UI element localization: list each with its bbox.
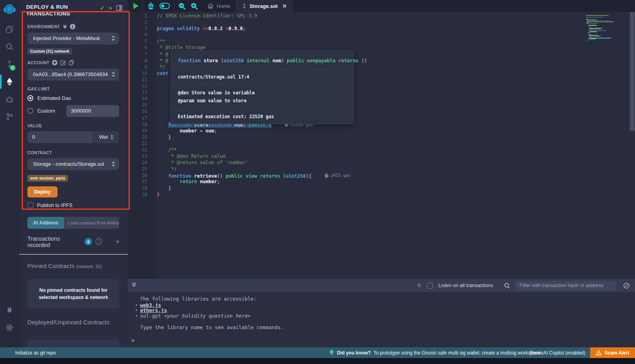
line-number: 10	[128, 70, 147, 77]
scrollbar-thumb[interactable]	[630, 12, 635, 131]
code-line[interactable]: * @dev Return value	[157, 153, 572, 159]
line-number: 16	[128, 108, 147, 115]
line-number: 26	[128, 172, 147, 178]
line-number: 27	[128, 178, 147, 185]
search-icon[interactable]	[0, 38, 19, 56]
tab-home[interactable]: Home	[202, 0, 236, 12]
settings-icon[interactable]	[0, 319, 19, 336]
compile-success-badge: ✓	[10, 65, 15, 71]
tab-storage-sol[interactable]: Storage.sol ✕	[236, 0, 293, 12]
copilot-toggle[interactable]	[160, 3, 170, 9]
publish-ipfs-checkbox[interactable]	[27, 202, 33, 208]
zoom-out-icon[interactable]	[178, 2, 186, 10]
panel-title: DEPLOY & RUN TRANSACTIONS	[26, 4, 94, 17]
code-line[interactable]	[157, 32, 572, 38]
code-line[interactable]: // SPDX-License-Identifier: GPL-3.0	[157, 13, 572, 19]
code-line[interactable]: * @title Storage	[157, 44, 572, 51]
code-line[interactable]: return number;	[157, 178, 572, 185]
account-select[interactable]: 0xA03...85ac4 (0.398673504934	[27, 69, 119, 80]
code-line[interactable]	[157, 140, 572, 147]
terminal-tx-count: 0	[418, 283, 420, 288]
debugger-icon[interactable]	[0, 90, 19, 108]
code-line[interactable]: }	[157, 134, 572, 140]
code-line[interactable]: number = num;	[157, 128, 572, 134]
pin-panel-icon[interactable]	[116, 5, 122, 11]
deploy-run-icon[interactable]	[0, 73, 19, 90]
line-number: 23	[128, 153, 147, 159]
line-number: 21	[128, 140, 147, 147]
code-line[interactable]	[157, 19, 572, 25]
code-line[interactable]: /**	[157, 147, 572, 153]
listen-all-checkbox[interactable]	[427, 283, 433, 289]
at-address-button[interactable]: At Address	[27, 217, 64, 229]
remix-logo[interactable]	[0, 0, 19, 21]
terminal-intro: The following libraries are accessible:	[140, 296, 635, 303]
line-numbers: 1234567891011121314151617181920212223242…	[128, 13, 154, 198]
code-line[interactable]: /**	[157, 38, 572, 44]
contract-select[interactable]: Storage - contracts/Storage.sol	[27, 158, 119, 170]
custom-gas-input[interactable]: 3000000	[66, 105, 119, 117]
code-line[interactable]: }	[157, 192, 572, 198]
code-line[interactable]: function retrieve() public view returns …	[157, 172, 572, 178]
plug-icon	[63, 24, 67, 29]
environment-select[interactable]: Injected Provider - MetaMask	[27, 33, 119, 44]
code-line[interactable]: * @return value of 'number'	[157, 159, 572, 166]
activity-bar: ✓	[0, 0, 19, 347]
terminal-prompt[interactable]: >	[131, 337, 135, 343]
deploy-button[interactable]: Deploy	[27, 186, 58, 197]
edit-account-icon[interactable]	[60, 60, 66, 65]
filter-transactions-input[interactable]: Filter with transaction hash or address	[516, 281, 616, 291]
copilot-status[interactable]: RemixAI Copilot (enabled)	[530, 350, 585, 356]
web3js-link[interactable]: web3.js	[140, 302, 161, 308]
environment-info-icon[interactable]: i	[70, 24, 75, 29]
environment-label: ENVIRONMENT i	[27, 24, 119, 29]
account-label: ACCOUNT	[27, 60, 119, 65]
at-address-input[interactable]: Load contract from Addres	[64, 217, 119, 229]
line-number: 8	[128, 57, 147, 64]
code-editor[interactable]: 1234567891011121314151617181920212223242…	[128, 12, 635, 279]
transactions-expand-icon[interactable]: >	[116, 239, 119, 245]
tooltip-doc: @dev Store value in variable @param num …	[171, 84, 353, 109]
chevron-updown-icon	[112, 36, 115, 41]
solgpt-line: sol-gpt <your Solidity question here>	[140, 313, 635, 319]
ethersjs-link[interactable]: ethers.js	[140, 307, 167, 313]
gas-pump-icon	[325, 173, 329, 178]
terminal-header: 0 Listen on all transactions Filter with…	[128, 279, 635, 292]
file-explorer-icon[interactable]	[0, 21, 19, 38]
solidity-compiler-icon[interactable]: ✓	[0, 56, 19, 73]
deploy-run-panel: DEPLOY & RUN TRANSACTIONS ✓ > ENVIRONMEN…	[19, 0, 128, 347]
terminal[interactable]: The following libraries are accessible: …	[128, 292, 635, 347]
unpinned-contracts-title: Deployed/Unpinned Contracts	[19, 308, 128, 326]
copy-account-icon[interactable]	[69, 60, 74, 65]
git-icon[interactable]	[0, 108, 19, 125]
line-number: 28	[128, 185, 147, 192]
git-init-button[interactable]: Initialize as git repo	[0, 350, 56, 356]
clear-terminal-icon[interactable]	[623, 282, 630, 289]
collapse-terminal-icon[interactable]	[131, 282, 137, 287]
tooltip-gas-cost: Estimated execution cost: 22520 gas	[171, 109, 353, 124]
add-account-icon[interactable]	[52, 60, 58, 65]
transactions-info-icon[interactable]: i	[96, 238, 102, 245]
custom-gas-radio[interactable]	[27, 108, 33, 114]
scam-alert-button[interactable]: Scam Alert	[590, 347, 635, 358]
value-unit-select[interactable]: Wei	[93, 131, 119, 143]
gas-estimate-annotation: 2415 gas	[325, 172, 351, 178]
close-tab-icon[interactable]: ✕	[282, 3, 287, 9]
panel-check-icon: ✓	[100, 5, 105, 11]
hover-tooltip: function store (uint256 internal num) pu…	[171, 51, 354, 124]
minimap[interactable]	[575, 12, 628, 41]
code-line[interactable]: pragma solidity >=0.8.2 <0.9.0;	[157, 25, 572, 32]
ai-assistant-icon[interactable]	[147, 2, 155, 10]
plugin-manager-icon[interactable]	[0, 301, 19, 319]
code-line[interactable]: }	[157, 185, 572, 192]
estimated-gas-radio[interactable]	[27, 95, 33, 101]
run-script-button[interactable]	[133, 3, 139, 9]
transactions-count-badge: 0	[85, 238, 92, 245]
editor-scrollbar[interactable]	[629, 12, 635, 279]
panel-collapse-icon[interactable]: >	[109, 5, 112, 11]
line-number: 1	[128, 13, 147, 19]
code-line[interactable]: */	[157, 166, 572, 172]
zoom-in-icon[interactable]	[190, 2, 198, 10]
value-input[interactable]: 0	[27, 131, 93, 143]
home-icon	[208, 3, 214, 9]
